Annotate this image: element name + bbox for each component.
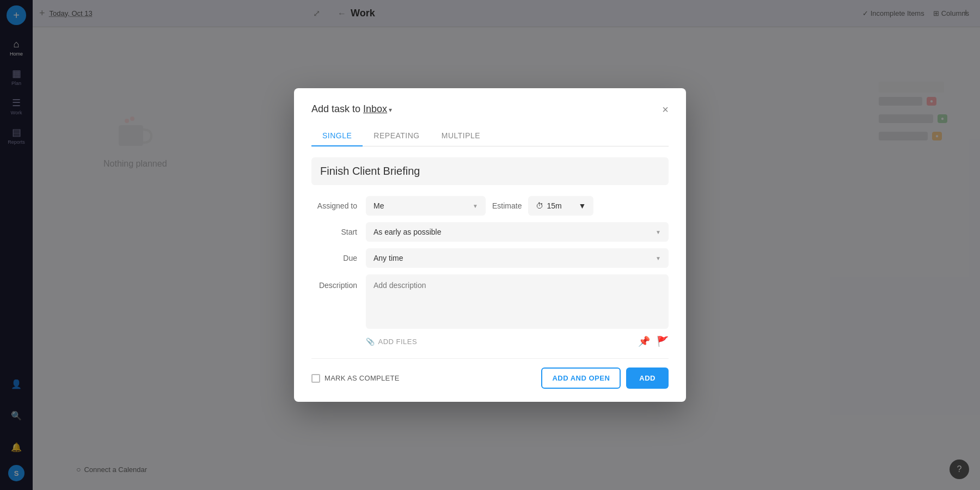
modal-tabs: SINGLE REPEATING MULTIPLE <box>311 126 669 146</box>
due-dropdown[interactable]: Any time ▼ <box>366 248 669 268</box>
start-row: Start As early as possible ▼ <box>311 222 669 242</box>
start-dropdown[interactable]: As early as possible ▼ <box>366 222 669 242</box>
inbox-dropdown-arrow[interactable]: ▾ <box>387 106 392 114</box>
add-files-button[interactable]: 📎 ADD FILES <box>366 338 417 346</box>
tab-repeating[interactable]: REPEATING <box>363 126 430 146</box>
estimate-label: Estimate <box>492 201 522 210</box>
modal-title: Add task to Inbox ▾ <box>311 103 392 115</box>
due-label: Due <box>311 254 366 262</box>
inbox-link[interactable]: Inbox <box>363 103 387 114</box>
assigned-to-row: Assigned to Me ▼ Estimate ⏱ 15m ▼ <box>311 196 669 216</box>
estimate-arrow: ▼ <box>579 201 586 210</box>
assigned-to-dropdown[interactable]: Me ▼ <box>366 196 486 216</box>
mark-complete-label[interactable]: MARK AS COMPLETE <box>311 374 400 383</box>
tab-multiple[interactable]: MULTIPLE <box>431 126 491 146</box>
add-and-open-button[interactable]: ADD AND OPEN <box>541 367 621 389</box>
estimate-dropdown[interactable]: ⏱ 15m ▼ <box>528 196 593 216</box>
modal-header: Add task to Inbox ▾ × <box>311 103 669 115</box>
start-label: Start <box>311 228 366 236</box>
task-name-input[interactable] <box>311 157 669 185</box>
mark-complete-checkbox[interactable] <box>311 374 320 383</box>
due-arrow: ▼ <box>656 255 661 261</box>
footer-buttons: ADD AND OPEN ADD <box>541 367 669 389</box>
due-row: Due Any time ▼ <box>311 248 669 268</box>
action-row: 📎 ADD FILES 📌 🚩 <box>311 335 669 347</box>
modal-close-button[interactable]: × <box>662 104 669 115</box>
description-label: Description <box>311 274 366 290</box>
paperclip-icon: 📎 <box>366 338 375 346</box>
timer-icon: ⏱ <box>536 201 543 210</box>
start-arrow: ▼ <box>656 229 661 235</box>
description-row: Description <box>311 274 669 329</box>
flag-icon[interactable]: 🚩 <box>657 335 669 347</box>
add-button[interactable]: ADD <box>626 367 669 389</box>
description-textarea[interactable] <box>366 274 669 329</box>
modal-footer: MARK AS COMPLETE ADD AND OPEN ADD <box>311 358 669 389</box>
tab-single[interactable]: SINGLE <box>311 126 363 146</box>
add-task-modal: Add task to Inbox ▾ × SINGLE REPEATING M… <box>294 88 686 402</box>
pin-icon[interactable]: 📌 <box>638 335 650 347</box>
assigned-to-label: Assigned to <box>311 201 366 210</box>
assigned-to-arrow: ▼ <box>473 203 478 209</box>
action-icons: 📌 🚩 <box>638 335 669 347</box>
